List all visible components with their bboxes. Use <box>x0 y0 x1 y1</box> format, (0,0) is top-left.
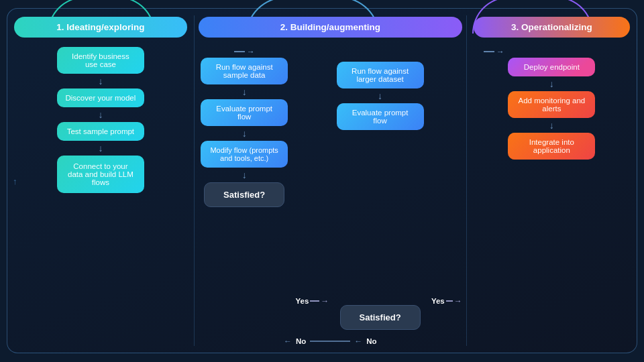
box-connect: Connect to your data and build LLM flows <box>57 156 144 193</box>
no-line <box>310 341 350 342</box>
arrow-down-2: ↓ <box>97 109 105 121</box>
arrow-down-1: ↓ <box>97 75 105 87</box>
arrow-down-s1: ↓ <box>240 86 248 98</box>
box-eval-2: Evaluate prompt flow <box>337 103 424 130</box>
box-test: Test sample prompt <box>57 122 144 141</box>
box-integrate: Integrate into application <box>508 133 595 160</box>
column-building: 2. Building/augmenting → Run flow agains… <box>195 9 466 353</box>
col1-header: 1. Ideating/exploring <box>14 17 187 38</box>
arrow-head-in: → <box>247 47 255 56</box>
arrow-down-r1: ↓ <box>376 90 384 102</box>
box-run-sample: Run flow against sample data <box>201 58 288 84</box>
arrow-down-c3-2: ↓ <box>547 119 555 131</box>
box-monitoring: Add monitoring and alerts <box>508 91 595 118</box>
arrow-to-deploy: → <box>484 47 504 56</box>
box-discover: Discover your model <box>57 88 144 107</box>
arrow-down-c3-1: ↓ <box>547 78 555 90</box>
box-eval-1: Evaluate prompt flow <box>201 99 288 126</box>
col2-right-sub: Run flow against larger dataset ↓ Evalua… <box>334 47 426 333</box>
left-arrow-no2: ← <box>354 337 362 346</box>
yes-arrowhead-1: → <box>321 296 329 306</box>
yes-arrow-1: Yes → <box>295 296 329 306</box>
yes-line-1 <box>310 300 319 302</box>
left-arrow-no: ← <box>284 337 292 346</box>
col3-content: → Deploy endpoint ↓ Add monitoring and a… <box>474 47 630 160</box>
main-container: 1. Ideating/exploring Identify business … <box>7 8 637 353</box>
column-ideating: 1. Ideating/exploring Identify business … <box>7 9 194 353</box>
box-satisfied-2: Satisfied? <box>340 305 421 330</box>
box-deploy: Deploy endpoint <box>508 58 595 76</box>
yes-line-2 <box>446 300 453 302</box>
arrow-in-head: → <box>496 47 504 56</box>
yes-arrow-2: Yes → <box>431 296 462 306</box>
column-operationalizing: 3. Operationalizing → Deploy endpoint ↓ … <box>467 9 637 353</box>
box-modify: Modify flow (prompts and tools, etc.) <box>201 141 288 168</box>
arrow-line-in <box>234 51 245 52</box>
arrow-in-line <box>484 51 494 52</box>
arrow-down-3: ↓ <box>97 142 105 154</box>
box-identify: Identify business use case <box>57 47 144 74</box>
col2-left-sub: → Run flow against sample data ↓ Evaluat… <box>199 47 290 333</box>
arrow-from-col1: → <box>234 47 255 56</box>
col2-inner: → Run flow against sample data ↓ Evaluat… <box>199 47 462 333</box>
yes-arrow-2-container: Yes → <box>431 47 462 333</box>
side-up-arrow: ↑ <box>13 176 17 186</box>
box-satisfied-1: Satisfied? <box>204 182 284 207</box>
arrow-down-s3: ↓ <box>240 169 248 181</box>
col3-header: 3. Operationalizing <box>474 17 630 38</box>
box-run-larger: Run flow against larger dataset <box>337 62 424 88</box>
yes-arrow-1-container: Yes → <box>295 47 329 333</box>
arrow-down-s2: ↓ <box>240 127 248 139</box>
no-row: ← No ← No <box>284 337 377 346</box>
yes-arrowhead-2: → <box>454 296 462 306</box>
col1-content: Identify business use case ↓ Discover yo… <box>14 47 187 193</box>
col2-header: 2. Building/augmenting <box>199 17 462 38</box>
